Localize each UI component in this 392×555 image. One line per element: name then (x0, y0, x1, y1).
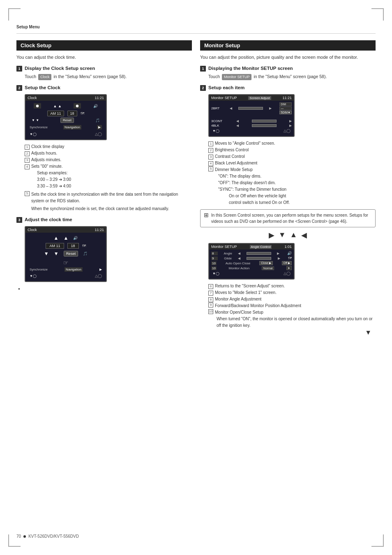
ms-dim-label: DIM (279, 102, 292, 106)
cs2-nav: Navigation (65, 267, 83, 272)
cs2-row1: ▲ ▲ 🔊 (28, 234, 104, 242)
cs2-vol: ▼◯ (30, 274, 37, 278)
ms-row-blk: 4BLK ◀ ▶ (211, 124, 292, 127)
ms2-glide-bar (247, 257, 271, 260)
ms-blk-arrow-r: ▶ (289, 124, 292, 127)
clock-row-reset: ▼ ▼ Reset 🎵 (28, 118, 104, 123)
clock-step2-title: 2 Setup the Clock (16, 85, 192, 91)
clock-step-3: 3 Adjust the clock time Clock 11:21 ▲ ▲ … (16, 217, 192, 291)
clock-screen2-topbar: Clock 11:21 (25, 227, 106, 233)
clock-step1-title: 1 Display the Clock Setup screen (16, 66, 192, 72)
monitor-item-6: 6 Returns to the "Screen Adjust" screen. (208, 283, 376, 289)
monitor-item-3: 3 Contrast Control (208, 153, 376, 160)
down-arrow: ▼ (200, 329, 371, 336)
monitor-step1-num: 1 (200, 66, 206, 72)
clock-icon-2: ⏺ (74, 103, 81, 109)
ms2-auto-label: Auto Open Close (226, 261, 251, 265)
clock-separator: ▲ ▲ (53, 104, 61, 108)
clock-antenna-icon: △◯ (95, 132, 102, 136)
ms2-auto-off: Close ▶ (259, 261, 273, 265)
monitor-item-num-4: 4 (208, 161, 213, 166)
clock-sync-label: Synchronize (30, 125, 48, 129)
clock-step2-num: 2 (16, 85, 22, 91)
clock-step1-body: Touch Clock in the "Setup Menu" screen (… (25, 74, 192, 81)
section-divider (16, 33, 376, 34)
cs2-am: AM 11 (46, 243, 64, 249)
ms2-map-icon: 🗺 (288, 256, 292, 260)
cs2-note-icon: 🎵 (83, 252, 88, 256)
clock-item-num-2: 2 (25, 151, 30, 156)
cs2-bottom: ▼◯ △◯ (28, 273, 104, 278)
monitor-screen-title: Monitor SETUP (211, 96, 237, 100)
clock-row-icons: ⏺ ▲ ▲ ⏺ 🔊 (28, 102, 104, 109)
monitor-note: ⊞ In this Screen Control screen, you can… (200, 209, 376, 227)
cs2-up2: ▲ (64, 235, 69, 241)
clock-icon-3: 🔊 (93, 104, 98, 108)
monitor-screen-time: 11:21 (282, 96, 292, 100)
ms-bottom-row: ▼◯ △◯ (211, 128, 292, 133)
clock-screen-topbar: Clock 11:21 (25, 95, 106, 101)
cs2-icon-r: 🔊 (73, 236, 78, 240)
ms2-vol: ▼◯ (212, 272, 219, 275)
clock-icon-map: 🗺 (81, 111, 84, 116)
ms2-auto-on: Off ▶ (282, 261, 292, 265)
clock-row-time: AM 11 18 🗺 (28, 111, 104, 116)
cs2-ant: △◯ (95, 274, 102, 278)
ms-row-brt: 2BRT ◀ ▶ DIM — 5DIM▼ (211, 102, 292, 114)
clock-item-4: 4 Sets "00" minute. (25, 163, 192, 170)
ms2-angle-row: 8 Angle ◀ ▶ 🔊 (211, 251, 292, 255)
ms2-action-row: 10 Monitor Action Normal ▶ (211, 266, 292, 270)
ms2-ant: △◯ (284, 271, 291, 275)
monitor-item-num-1: 1 (208, 141, 213, 146)
page-number: 70 (16, 534, 21, 539)
ms2-action-label: Monitor Action (229, 266, 250, 270)
ms-cont-bar (252, 120, 277, 123)
cs2-up1: ▲ (54, 235, 59, 241)
clock-setup-desc: You can adjust the clock time. (16, 54, 192, 61)
clock-screen2-time: 11:21 (95, 228, 104, 232)
cs2-down2: ▼ (54, 251, 59, 257)
clock-screen2-content: ▲ ▲ 🔊 AM 11 18 🗺 ▼ ▼ Reset (25, 233, 106, 281)
monitor-item-list: 1 Moves to "Angle Control" screen. 2 Bri… (208, 140, 376, 206)
monitor-item-num-6: 6 (208, 284, 213, 289)
clock-am: AM 11 (47, 111, 64, 116)
ms-cont-arrow-r: ▶ (289, 119, 292, 123)
ms2-arrow: ▶ (286, 266, 292, 270)
ms2-auto-num: 10 (211, 261, 217, 265)
cs2-row2: AM 11 18 🗺 (28, 243, 104, 249)
cs2-finger: ☞ (28, 259, 104, 267)
cs2-map-icon: 🗺 (82, 244, 86, 248)
ms-brt-arrow-l: ◀ (230, 106, 232, 110)
clock-setup-column: Clock Setup You can adjust the clock tim… (16, 40, 192, 296)
ms-blk-label: 4BLK (211, 124, 224, 127)
clock-nav-label: Navigation (63, 125, 81, 130)
monitor-item-num-5: 5 (208, 166, 213, 171)
clock-item-num-1: 1 (25, 145, 30, 150)
clock-item-num-5: 5 (25, 191, 30, 196)
monitor-screen-tab: Screen Adjust (248, 96, 271, 100)
monitor-step1-title: 1 Displaying the Monitor SETUP screen (200, 66, 376, 72)
clock-step-2: 2 Setup the Clock Clock 11:21 ⏺ ▲ ▲ ⏺ (16, 85, 192, 212)
monitor-item-list-2: 6 Returns to the "Screen Adjust" screen.… (208, 283, 376, 329)
ms2-angle-arrow-r: ▶ (277, 252, 279, 255)
clock-item-num-3: 3 (25, 158, 30, 163)
clock-bottom-row: ▼◯ △◯ (28, 132, 104, 136)
ms2-glide-num: 9 (211, 257, 218, 260)
monitor-step2-title: 2 Setup each item (200, 85, 376, 91)
clock-example-1: 3:00 – 3:29 ➔ 3:00 (37, 176, 192, 183)
monitor-setup-header: Monitor Setup (200, 40, 376, 51)
monitor-item-9: 9 Forward/Backward Monitor Position Adju… (208, 303, 376, 309)
monitor-screen2-time: 1:01 (284, 245, 292, 249)
footer-dot (23, 535, 26, 538)
monitor-step2-num: 2 (200, 85, 206, 91)
clock-item-3: 3 Adjusts minutes. (25, 157, 192, 163)
ms2-normal: Normal (262, 266, 274, 270)
monitor-item-num-10: 10 (208, 309, 213, 314)
ms2-angle-arrow-l: ◀ (238, 252, 240, 255)
clock-touch-btn: Clock (38, 74, 52, 81)
ms-right-items: DIM — 5DIM▼ (279, 102, 292, 114)
clock-icon-1: ⏺ (34, 103, 41, 109)
clock-item-list: 1 Clock time display 2 Adjusts hours. 3 … (25, 143, 192, 170)
ms-brt-arrow-r: ▶ (269, 106, 272, 110)
clock-item-1: 1 Clock time display (25, 143, 192, 150)
